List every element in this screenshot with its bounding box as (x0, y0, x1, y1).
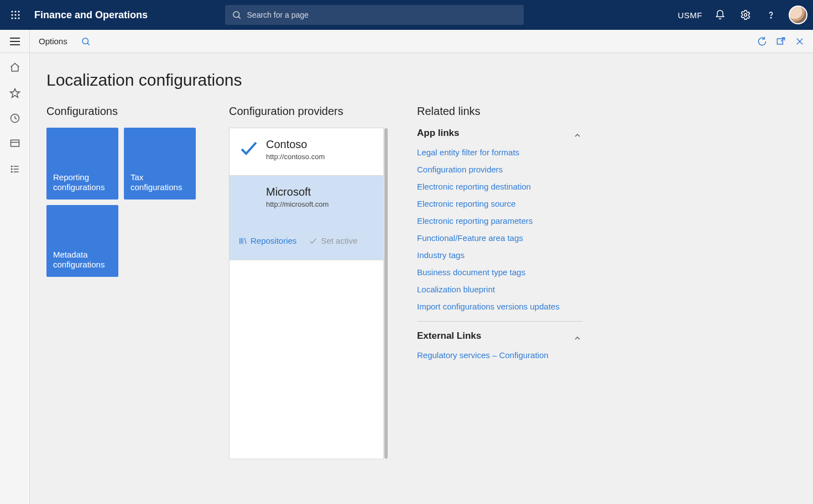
svg-point-0 (11, 11, 13, 12)
set-active-action: Set active (309, 236, 357, 245)
header-actions: USMF (678, 6, 808, 24)
configurations-column: Configurations Reporting configurations … (46, 105, 196, 277)
svg-rect-18 (777, 39, 783, 44)
nav-toggle-button[interactable] (0, 30, 30, 53)
link-import-config-versions[interactable]: Import configurations versions updates (417, 302, 583, 311)
svg-line-10 (238, 17, 241, 19)
page-toolbar: Options (0, 30, 813, 53)
rail-favorites[interactable] (4, 82, 26, 104)
link-configuration-providers[interactable]: Configuration providers (417, 165, 583, 174)
app-title: Finance and Operations (34, 9, 148, 21)
checkmark-icon (309, 237, 317, 245)
provider-url: http://microsoft.com (266, 200, 329, 208)
link-er-parameters[interactable]: Electronic reporting parameters (417, 216, 583, 225)
svg-point-28 (11, 169, 12, 170)
svg-point-12 (770, 17, 771, 18)
global-search-input[interactable]: Search for a page (225, 5, 524, 25)
svg-rect-24 (11, 140, 19, 146)
svg-point-5 (18, 14, 19, 15)
close-icon (795, 36, 805, 46)
search-icon (81, 36, 91, 46)
svg-line-17 (87, 43, 90, 45)
bell-icon (715, 9, 726, 20)
link-localization-blueprint[interactable]: Localization blueprint (417, 285, 583, 294)
provider-url: http://contoso.com (266, 153, 325, 161)
refresh-icon (757, 36, 768, 47)
page-title: Localization configurations (46, 71, 796, 90)
search-icon (232, 10, 242, 20)
set-active-label: Set active (321, 236, 357, 245)
company-picker[interactable]: USMF (678, 11, 703, 20)
app-launcher-button[interactable] (4, 4, 27, 26)
help-button[interactable] (763, 7, 779, 23)
configurations-heading: Configurations (46, 105, 196, 118)
tile-label: Metadata configurations (53, 250, 112, 271)
checkmark-icon (238, 138, 258, 158)
svg-point-7 (14, 17, 16, 19)
svg-point-3 (11, 14, 13, 15)
svg-point-2 (18, 11, 19, 12)
svg-point-11 (744, 14, 747, 17)
notifications-button[interactable] (712, 7, 728, 23)
popout-icon (775, 36, 786, 47)
svg-marker-22 (10, 89, 19, 98)
link-er-source[interactable]: Electronic reporting source (417, 199, 583, 208)
tile-tax-configurations[interactable]: Tax configurations (124, 128, 196, 200)
svg-point-9 (233, 12, 239, 18)
external-links-section: External Links Regulatory services – Con… (417, 330, 583, 370)
link-legal-entity-filter[interactable]: Legal entity filter for formats (417, 148, 583, 157)
related-links-column: Related links App links Legal entity fil… (417, 105, 583, 379)
global-header: Finance and Operations Search for a page… (0, 0, 813, 30)
settings-button[interactable] (738, 7, 753, 23)
provider-name: Contoso (266, 138, 325, 151)
provider-card-contoso[interactable]: Contoso http://contoso.com (230, 128, 383, 176)
link-business-doc-tags[interactable]: Business document type tags (417, 267, 583, 277)
provider-card-microsoft[interactable]: Microsoft http://microsoft.com Repositor… (230, 176, 383, 260)
page-content: Localization configurations Configuratio… (30, 53, 813, 504)
link-er-destination[interactable]: Electronic reporting destination (417, 182, 583, 191)
svg-point-16 (82, 38, 88, 44)
star-icon (9, 87, 20, 98)
tile-reporting-configurations[interactable]: Reporting configurations (46, 128, 118, 200)
tile-label: Tax configurations (131, 172, 189, 193)
link-industry-tags[interactable]: Industry tags (417, 250, 583, 260)
link-functional-tags[interactable]: Functional/Feature area tags (417, 233, 583, 243)
close-page-button[interactable] (792, 34, 807, 49)
options-menu[interactable]: Options (30, 36, 76, 46)
external-links-toggle[interactable]: External Links (417, 330, 583, 347)
providers-column: Configuration providers Contoso http://c… (229, 105, 384, 459)
user-avatar[interactable] (789, 6, 807, 24)
rail-modules[interactable] (4, 158, 26, 180)
hamburger-icon (9, 37, 20, 46)
link-regulatory-services[interactable]: Regulatory services – Configuration (417, 350, 583, 360)
repository-icon (238, 237, 247, 245)
home-icon (9, 62, 20, 73)
left-nav-rail (0, 53, 30, 504)
find-in-page-button[interactable] (76, 32, 95, 51)
repositories-action[interactable]: Repositories (238, 236, 296, 245)
active-provider-indicator (238, 138, 258, 158)
list-icon (9, 164, 20, 175)
svg-point-8 (18, 17, 19, 19)
rail-workspaces[interactable] (4, 133, 26, 155)
svg-point-4 (14, 14, 16, 15)
app-links-toggle[interactable]: App links (417, 128, 583, 144)
svg-point-30 (11, 171, 12, 172)
repositories-label: Repositories (251, 236, 296, 245)
chevron-up-icon (573, 131, 583, 141)
waffle-icon (11, 10, 20, 20)
related-links-heading: Related links (417, 105, 583, 118)
tile-metadata-configurations[interactable]: Metadata configurations (46, 205, 118, 277)
svg-point-1 (14, 11, 16, 12)
question-icon (765, 9, 776, 20)
rail-recent[interactable] (4, 107, 26, 129)
rail-home[interactable] (4, 56, 26, 78)
provider-name: Microsoft (266, 186, 329, 198)
tile-label: Reporting configurations (53, 172, 112, 193)
search-placeholder: Search for a page (247, 11, 309, 19)
app-links-section: App links Legal entity filter for format… (417, 128, 583, 322)
chevron-up-icon (573, 334, 583, 344)
popout-button[interactable] (773, 34, 789, 49)
providers-heading: Configuration providers (229, 105, 384, 118)
refresh-button[interactable] (754, 34, 770, 49)
